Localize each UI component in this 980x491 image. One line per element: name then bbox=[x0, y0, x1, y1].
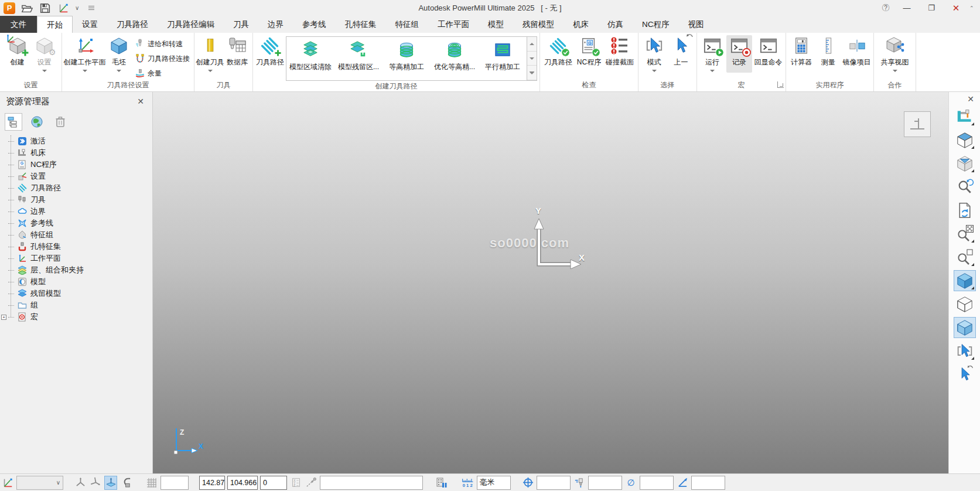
status-grid-icon[interactable] bbox=[145, 476, 158, 490]
explorer-tree-view-icon[interactable] bbox=[5, 113, 22, 131]
gallery-expand[interactable] bbox=[527, 66, 537, 80]
tree-item-nc-programs[interactable]: NC程序 bbox=[8, 159, 152, 171]
macro-dialog-launcher-icon[interactable] bbox=[777, 81, 784, 88]
tree-item-workplanes[interactable]: 工作平面 bbox=[8, 253, 152, 264]
strategy-model-rest-area[interactable]: 模型残留区... bbox=[334, 37, 383, 80]
toolpath-connections-button[interactable]: 刀具路径连接 bbox=[133, 52, 192, 65]
select-mode-button[interactable]: 模式 bbox=[641, 35, 667, 73]
tree-item-hole-feature-sets[interactable]: 孔特征集 bbox=[8, 241, 152, 253]
explorer-close-icon[interactable]: ✕ bbox=[135, 97, 146, 106]
status-clamp-icon[interactable] bbox=[119, 476, 132, 490]
view-toolbar-close-icon[interactable]: ✕ bbox=[967, 92, 980, 105]
status-info-input[interactable] bbox=[320, 476, 423, 490]
tree-item-models[interactable]: 模型 bbox=[8, 276, 152, 288]
tree-item-toolpaths[interactable]: 刀具路径 bbox=[8, 182, 152, 194]
status-xyz-list-icon[interactable] bbox=[289, 476, 302, 490]
top-view-button[interactable] bbox=[954, 153, 976, 174]
macro-record-button[interactable]: 记录 bbox=[726, 35, 752, 73]
workplane-combobox[interactable]: ∨ bbox=[16, 476, 63, 490]
feeds-speeds-button[interactable]: 进给和转速 bbox=[133, 37, 192, 50]
strategy-constant-z[interactable]: 等高精加工 bbox=[383, 37, 431, 80]
status-point-icon[interactable] bbox=[305, 476, 317, 490]
tree-item-macros[interactable]: +宏 bbox=[8, 311, 152, 323]
units-input[interactable]: 毫米 bbox=[477, 476, 511, 490]
shared-views-button[interactable]: 共享视图 bbox=[879, 35, 911, 73]
viewport-canvas[interactable]: so0000.com Y X Z X bbox=[153, 92, 948, 473]
tab-boundary[interactable]: 边界 bbox=[258, 16, 293, 33]
verify-nc-program-button[interactable]: NC程序 bbox=[575, 35, 603, 73]
collapse-ribbon-icon[interactable]: ⌃ bbox=[969, 5, 978, 11]
tolerance-input[interactable] bbox=[537, 476, 571, 490]
status-block-icon[interactable] bbox=[435, 476, 448, 490]
macro-echo-button[interactable]: 回显命令 bbox=[753, 35, 783, 73]
tab-home[interactable]: 开始 bbox=[37, 16, 73, 33]
tab-hole-feature-set[interactable]: 孔特征集 bbox=[336, 16, 386, 33]
machine-simulation-button[interactable] bbox=[954, 106, 976, 127]
thickness-button[interactable]: 余量 bbox=[133, 67, 192, 80]
tree-item-boundaries[interactable]: 边界 bbox=[8, 206, 152, 217]
calculator-button[interactable]: 计算器 bbox=[788, 35, 814, 73]
setup-settings-button[interactable]: ⚙ 设置 bbox=[32, 35, 57, 73]
tab-model[interactable]: 模型 bbox=[479, 16, 513, 33]
tree-item-groups[interactable]: 组 bbox=[8, 299, 152, 311]
tab-file[interactable]: 文件 bbox=[0, 16, 37, 33]
measure-button[interactable]: 测量 bbox=[815, 35, 841, 73]
cursor-x-input[interactable]: 142.87 bbox=[199, 476, 225, 490]
help-icon[interactable]: 〇? bbox=[878, 1, 893, 15]
tab-simulation[interactable]: 仿真 bbox=[598, 16, 633, 33]
select-previous-button[interactable]: 上一 bbox=[668, 35, 694, 73]
create-tool-button[interactable]: 创建刀具 bbox=[197, 35, 223, 73]
shaded-wireframe-view-button[interactable] bbox=[954, 317, 976, 338]
grid-size-input[interactable] bbox=[161, 476, 189, 490]
thickness-input[interactable] bbox=[588, 476, 622, 490]
refresh-view-button[interactable] bbox=[954, 176, 976, 197]
tab-stock-model[interactable]: 残留模型 bbox=[513, 16, 564, 33]
tree-item-stock-models[interactable]: 残留模型 bbox=[8, 288, 152, 299]
shaded-view-button[interactable] bbox=[954, 270, 976, 291]
cursor-z-input[interactable]: 0 bbox=[260, 476, 287, 490]
create-workplane-button[interactable]: 创建工作平面 bbox=[64, 35, 105, 73]
tree-item-machine-tool[interactable]: 机床 bbox=[8, 147, 152, 159]
macro-run-button[interactable]: 运行 bbox=[699, 35, 725, 73]
customize-qat-icon[interactable] bbox=[88, 6, 94, 10]
strategy-model-area-clearance[interactable]: 模型区域清除 bbox=[286, 37, 334, 80]
verify-toolpath-button[interactable]: 刀具路径 bbox=[542, 35, 574, 73]
tab-workplane[interactable]: 工作平面 bbox=[428, 16, 479, 33]
tree-item-active[interactable]: 激活 bbox=[8, 135, 152, 147]
strategy-raster-finishing[interactable]: 平行精加工 bbox=[479, 37, 527, 80]
create-setup-button[interactable]: 创建 bbox=[5, 35, 30, 73]
redraw-button[interactable] bbox=[954, 200, 976, 221]
toolpath-strategy-button[interactable]: 刀具路径 bbox=[255, 35, 285, 73]
minimize-button[interactable]: — bbox=[896, 1, 918, 15]
diameter-input[interactable] bbox=[640, 476, 674, 490]
powermill-logo-icon[interactable]: P bbox=[4, 2, 15, 14]
tree-item-levels-sets[interactable]: 层、组合和夹持 bbox=[8, 264, 152, 276]
tab-view[interactable]: 视图 bbox=[679, 16, 713, 33]
tool-database-button[interactable]: 数据库 bbox=[224, 35, 250, 73]
tab-nc-program[interactable]: NC程序 bbox=[633, 16, 679, 33]
iso-view-button[interactable] bbox=[954, 129, 976, 151]
tab-tool[interactable]: 刀具 bbox=[224, 16, 258, 33]
tree-item-feature-groups[interactable]: 特征组 bbox=[8, 229, 152, 241]
open-project-button[interactable] bbox=[21, 2, 33, 15]
tab-machine-tool[interactable]: 机床 bbox=[564, 16, 598, 33]
zoom-window-button[interactable] bbox=[954, 247, 976, 268]
gallery-scroll-down[interactable] bbox=[527, 52, 537, 66]
wireframe-view-button[interactable] bbox=[954, 294, 976, 315]
status-y-axis-icon[interactable] bbox=[89, 476, 102, 490]
tab-toolpath[interactable]: 刀具路径 bbox=[107, 16, 158, 33]
cursor-y-input[interactable]: 104.966 bbox=[227, 476, 258, 490]
status-x-axis-icon[interactable] bbox=[74, 476, 87, 490]
mirror-project-button[interactable]: 镜像项目 bbox=[842, 35, 871, 73]
select-tool-button[interactable] bbox=[954, 340, 976, 362]
tree-item-setups[interactable]: 设置 bbox=[8, 171, 152, 182]
status-workplane-icon[interactable] bbox=[1, 476, 14, 490]
view-from-top-button[interactable] bbox=[904, 111, 931, 137]
strategy-optimized-constant-z[interactable]: 优化等高精... bbox=[431, 37, 479, 80]
tree-expander-icon[interactable]: + bbox=[1, 315, 6, 320]
explorer-trash-icon[interactable] bbox=[52, 113, 69, 131]
status-z-axis-icon[interactable] bbox=[104, 476, 117, 490]
workplane-quick-button[interactable] bbox=[57, 2, 70, 15]
tab-toolpath-edit[interactable]: 刀具路径编辑 bbox=[158, 16, 224, 33]
maximize-button[interactable]: ❐ bbox=[920, 1, 943, 15]
